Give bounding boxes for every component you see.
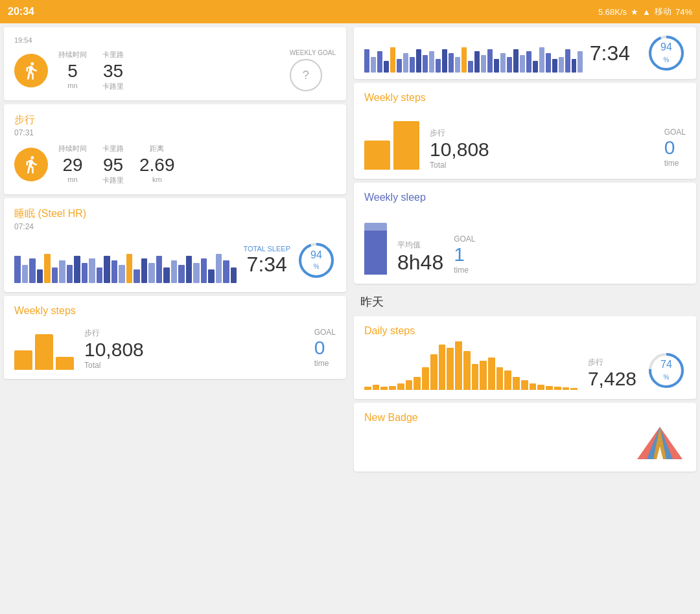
- walk-activity-row: 持续时间 29 mn 卡里路 95 卡路里 距离 2.69 km: [14, 144, 336, 185]
- run-card: 19:54 持续时间 5 mn 卡里路 35 卡路里: [4, 27, 346, 100]
- sleep-percent: 94 %: [310, 250, 322, 271]
- daily-circle-text: 74 %: [660, 359, 672, 382]
- weekly-goal: WEEKLY GOAL ?: [290, 49, 336, 91]
- weekly-sleep-right-card: Weekly sleep 平均值 8h48 GOAL 1 time: [354, 183, 696, 284]
- badge-icon-container: [364, 424, 686, 462]
- bluetooth-icon: ★: [631, 7, 638, 17]
- sleep-progress-circle: 94 %: [297, 241, 336, 280]
- badge-title: New Badge: [364, 412, 686, 424]
- top-sleep-time: 7:34: [590, 41, 630, 65]
- status-time: 20:34: [8, 6, 34, 17]
- left-column: 19:54 持续时间 5 mn 卡里路 35 卡路里: [0, 23, 350, 614]
- weekly-sleep-stats: 平均值 8h48: [397, 240, 443, 275]
- weekly-steps-left-title: Weekly steps: [14, 305, 336, 317]
- run-calories: 卡里路 35 卡路里: [102, 50, 124, 91]
- partial-sleep-chart: [364, 34, 583, 73]
- right-column: 7:34 94 % Weekly steps: [350, 23, 700, 614]
- top-partial-card: 7:34 94 %: [354, 27, 696, 79]
- walk-title: 步行: [14, 113, 336, 127]
- total-sleep-value: 7:34: [243, 253, 290, 277]
- run-stats: 持续时间 5 mn 卡里路 35 卡路里: [58, 50, 279, 91]
- weekly-steps-left-content: 步行 10,808 Total GOAL 0 time: [14, 318, 336, 370]
- right-steps-total-block: 步行 10,808 Total: [430, 128, 489, 170]
- steps-stats-left: 步行 10,808 Total GOAL 0 time: [84, 328, 336, 370]
- daily-steps-value: 7,428: [588, 368, 636, 390]
- daily-steps-bars: [364, 338, 578, 390]
- weekly-steps-right-card: Weekly steps 步行 10,808 Total GOAL 0: [354, 83, 696, 179]
- walk-stats: 持续时间 29 mn 卡里路 95 卡路里 距离 2.69 km: [58, 144, 336, 185]
- run-icon: [14, 54, 48, 87]
- weekly-goal-label: WEEKLY GOAL: [290, 49, 336, 56]
- carrier: 移动: [655, 6, 671, 17]
- weekly-steps-right-title: Weekly steps: [364, 92, 686, 104]
- top-circle-text: 94 %: [660, 41, 672, 65]
- sleep-content: TOTAL SLEEP 7:34 94 %: [14, 238, 336, 283]
- weekly-goal-circle[interactable]: ?: [290, 59, 322, 91]
- sleep-card: 睡眠 (Steel HR) 07:24 TOTAL SLEEP 7:34: [4, 198, 346, 292]
- weekly-sleep-title: Weekly sleep: [364, 192, 686, 203]
- right-steps-bars: [364, 105, 419, 170]
- walk-time: 07:31: [14, 128, 336, 137]
- main-content: 19:54 持续时间 5 mn 卡里路 35 卡路里: [0, 23, 700, 614]
- steps-goal-block: GOAL 0 time: [314, 328, 336, 368]
- steps-values-row: 步行 10,808 Total GOAL 0 time: [84, 328, 336, 370]
- right-steps-goal-block: GOAL 0 time: [664, 128, 686, 168]
- status-bar: 20:34 5.68K/s ★ ▲ 移动 74%: [0, 0, 700, 23]
- walker-svg: [21, 155, 41, 174]
- right-steps-values-row: 步行 10,808 Total GOAL 0 time: [430, 128, 686, 170]
- walk-card: 步行 07:31 持续时间 29 mn 卡里路 95: [4, 104, 346, 194]
- steps-total-block: 步行 10,808 Total: [84, 328, 144, 370]
- signal-icon: ▲: [642, 7, 651, 17]
- steps-bars-left: [14, 318, 74, 370]
- weekly-sleep-bars: [364, 210, 387, 275]
- top-circle-progress: 94 %: [647, 34, 686, 73]
- battery: 74%: [675, 7, 692, 17]
- daily-percent: 74: [660, 359, 672, 370]
- walk-icon: [14, 148, 48, 181]
- sleep-title: 睡眠 (Steel HR): [14, 207, 336, 221]
- circle-text: 94 %: [310, 250, 322, 271]
- daily-steps-title: Daily steps: [364, 325, 686, 337]
- run-time-partial: 19:54: [14, 36, 336, 44]
- daily-steps-content: 步行 7,428 74 %: [364, 338, 686, 390]
- daily-steps-card: Daily steps 步行 7,428 74 %: [354, 316, 696, 399]
- sleep-chart: [14, 238, 237, 283]
- weekly-sleep-content: 平均值 8h48 GOAL 1 time: [364, 210, 686, 275]
- yesterday-section-header: 昨天: [350, 288, 700, 312]
- weekly-sleep-goal: GOAL 1 time: [454, 234, 475, 275]
- runner-svg: [21, 61, 41, 80]
- total-sleep-label: TOTAL SLEEP: [243, 245, 290, 253]
- sleep-time: 07:24: [14, 222, 336, 231]
- walk-duration: 持续时间 29 mn: [58, 144, 87, 185]
- walk-calories: 卡里路 95 卡路里: [102, 144, 124, 185]
- status-right: 5.68K/s ★ ▲ 移动 74%: [598, 6, 692, 17]
- daily-steps-circle: 74 %: [647, 351, 686, 390]
- run-duration: 持续时间 5 mn: [58, 50, 87, 91]
- daily-steps-stats: 步行 7,428: [588, 357, 636, 390]
- badge-svg: [634, 424, 686, 462]
- network-speed: 5.68K/s: [598, 7, 627, 17]
- weekly-steps-left-card: Weekly steps 步行 10,808 Total GOAL 0: [4, 296, 346, 379]
- weekly-steps-right-content: 步行 10,808 Total GOAL 0 time: [364, 105, 686, 170]
- new-badge-card: New Badge: [354, 403, 696, 472]
- walk-distance: 距离 2.69 km: [139, 144, 175, 185]
- run-activity-row: 持续时间 5 mn 卡里路 35 卡路里 WEEKLY GOAL ?: [14, 49, 336, 91]
- right-steps-stats: 步行 10,808 Total GOAL 0 time: [430, 128, 686, 170]
- sleep-info: TOTAL SLEEP 7:34: [243, 245, 290, 277]
